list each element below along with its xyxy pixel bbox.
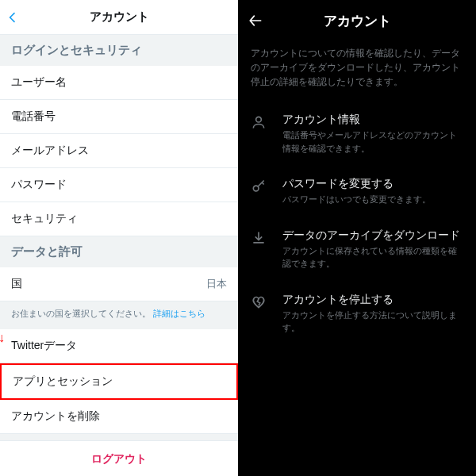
- item-change-password[interactable]: パスワードを変更する パスワードはいつでも変更できます。: [238, 166, 476, 217]
- row-label: アカウントを削除: [11, 409, 100, 424]
- page-title: アカウント: [90, 10, 149, 25]
- item-download-archive[interactable]: データのアーカイブをダウンロード アカウントに保存されている情報の種類を確認でき…: [238, 217, 476, 282]
- row-label: アプリとセッション: [13, 374, 113, 389]
- row-username[interactable]: ユーザー名: [0, 66, 238, 100]
- page-title: アカウント: [324, 12, 391, 30]
- row-value: 日本: [206, 277, 227, 291]
- item-title: パスワードを変更する: [282, 177, 463, 191]
- item-title: アカウントを停止する: [282, 293, 463, 307]
- svg-point-0: [256, 117, 262, 122]
- row-label: ユーザー名: [11, 75, 67, 90]
- row-apps-sessions[interactable]: アプリとセッション: [0, 363, 238, 400]
- country-note: お住まいの国を選択してください。 詳細はこちら: [0, 301, 238, 329]
- row-security[interactable]: セキュリティ: [0, 202, 238, 236]
- section-data-permissions: データと許可: [0, 236, 238, 267]
- heart-broken-icon: [251, 293, 268, 335]
- row-label: メールアドレス: [11, 144, 89, 158]
- row-label: Twitterデータ: [11, 339, 77, 353]
- item-deactivate[interactable]: アカウントを停止する アカウントを停止する方法について説明します。: [238, 282, 476, 346]
- row-delete-account[interactable]: アカウントを削除: [0, 400, 238, 434]
- item-subtitle: パスワードはいつでも変更できます。: [282, 193, 463, 206]
- item-subtitle: アカウントを停止する方法について説明します。: [282, 309, 463, 335]
- account-settings-light: アカウント ログインとセキュリティ ユーザー名 電話番号 メールアドレス パスワ…: [0, 0, 238, 476]
- header: アカウント: [238, 0, 476, 41]
- back-arrow-icon[interactable]: [248, 0, 263, 41]
- download-icon: [251, 228, 268, 271]
- row-twitter-data[interactable]: Twitterデータ: [0, 329, 238, 363]
- logout-button[interactable]: ログアウト: [0, 440, 238, 476]
- header: アカウント: [0, 0, 238, 35]
- item-subtitle: アカウントに保存されている情報の種類を確認できます。: [282, 244, 463, 271]
- section-login-security: ログインとセキュリティ: [0, 35, 238, 66]
- back-chevron-icon[interactable]: [6, 0, 19, 34]
- key-icon: [251, 177, 268, 206]
- row-label: セキュリティ: [11, 212, 78, 226]
- account-settings-dark: アカウント アカウントについての情報を確認したり、データのアーカイブをダウンロー…: [238, 0, 476, 476]
- row-phone[interactable]: 電話番号: [0, 100, 238, 134]
- row-label: 電話番号: [11, 109, 56, 124]
- row-country[interactable]: 国 日本: [0, 267, 238, 301]
- country-note-link[interactable]: 詳細はこちら: [153, 309, 205, 318]
- row-email[interactable]: メールアドレス: [0, 134, 238, 168]
- item-account-info[interactable]: アカウント情報 電話番号やメールアドレスなどのアカウント情報を確認できます。: [238, 102, 476, 166]
- svg-point-1: [253, 186, 259, 191]
- item-title: データのアーカイブをダウンロード: [282, 228, 463, 243]
- row-label: 国: [11, 277, 22, 291]
- row-label: パスワード: [11, 178, 67, 192]
- item-title: アカウント情報: [282, 113, 463, 127]
- page-description: アカウントについての情報を確認したり、データのアーカイブをダウンロードしたり、ア…: [238, 41, 476, 102]
- item-subtitle: 電話番号やメールアドレスなどのアカウント情報を確認できます。: [282, 129, 463, 155]
- row-password[interactable]: パスワード: [0, 168, 238, 202]
- arrow-down-icon: ↓: [0, 331, 5, 345]
- person-icon: [251, 113, 268, 155]
